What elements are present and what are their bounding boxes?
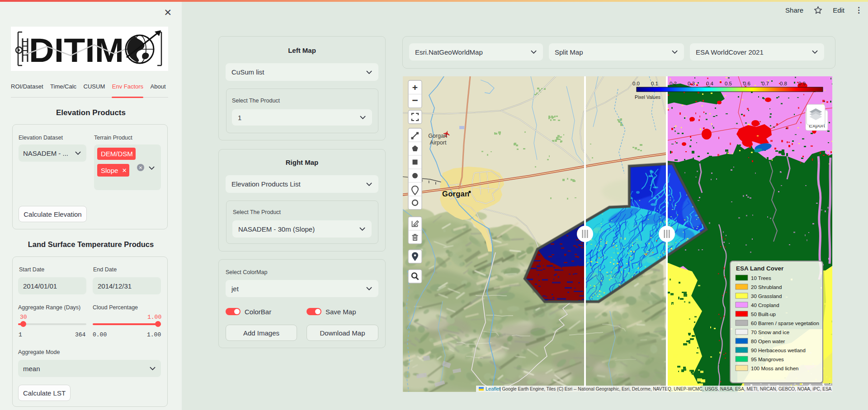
- svg-text:Gorgan: Gorgan: [428, 133, 447, 139]
- svg-text:0.1: 0.1: [651, 81, 658, 86]
- svg-text:20 Shrubland: 20 Shrubland: [751, 284, 782, 290]
- svg-text:0.0: 0.0: [632, 81, 640, 86]
- svg-text:10 Trees: 10 Trees: [751, 275, 771, 281]
- svg-text:80 Open water: 80 Open water: [751, 339, 785, 344]
- svg-text:| Google Earth Engine, Tiles (: | Google Earth Engine, Tiles (C) Esri --…: [500, 387, 832, 391]
- svg-text:Gorgan: Gorgan: [442, 190, 469, 198]
- svg-text:0.5: 0.5: [725, 81, 732, 86]
- svg-text:90 Herbaceous wetland: 90 Herbaceous wetland: [751, 348, 806, 353]
- svg-text:0.2: 0.2: [670, 81, 677, 86]
- svg-text:70 Snow and ice: 70 Snow and ice: [751, 330, 789, 335]
- svg-text:0.7: 0.7: [762, 81, 769, 86]
- svg-text:+: +: [412, 82, 418, 93]
- svg-text:50 Built-up: 50 Built-up: [751, 312, 776, 317]
- svg-text:0.9: 0.9: [798, 81, 806, 86]
- svg-text:0.8: 0.8: [780, 81, 787, 86]
- svg-text:DITIM: DITIM: [29, 32, 124, 69]
- svg-text:30 Grassland: 30 Grassland: [751, 294, 782, 299]
- svg-text:Leaflet: Leaflet: [486, 386, 500, 391]
- svg-text:Pixel Values: Pixel Values: [635, 94, 660, 100]
- svg-text:40 Cropland: 40 Cropland: [751, 303, 779, 308]
- svg-text:0.4: 0.4: [706, 81, 714, 86]
- svg-text:−: −: [412, 94, 418, 106]
- svg-text:60 Barren / sparse vegetation: 60 Barren / sparse vegetation: [751, 321, 819, 326]
- svg-text:100 Moss and lichen: 100 Moss and lichen: [751, 366, 798, 371]
- svg-text:0.6: 0.6: [743, 81, 750, 86]
- svg-text:Airport: Airport: [430, 140, 447, 146]
- svg-text:ESA Land Cover: ESA Land Cover: [736, 265, 784, 272]
- svg-text:95 Mangroves: 95 Mangroves: [751, 357, 784, 362]
- svg-text:0.3: 0.3: [688, 81, 695, 86]
